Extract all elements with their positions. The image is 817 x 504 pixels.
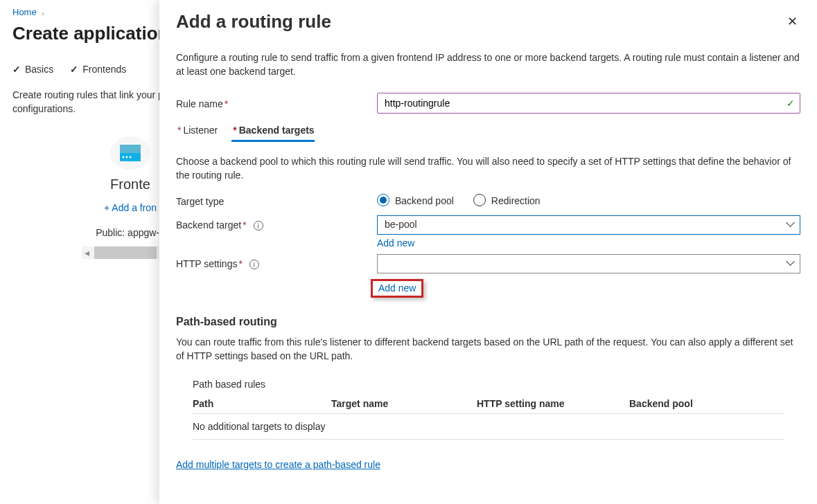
panel-tabs: *Listener *Backend targets: [176, 120, 800, 142]
tab-listener[interactable]: *Listener: [176, 120, 218, 142]
chevron-down-icon: [787, 260, 795, 267]
step-frontends[interactable]: ✓ Frontends: [70, 64, 126, 75]
info-icon[interactable]: i: [249, 260, 259, 269]
svg-point-4: [130, 156, 132, 159]
col-http-setting-name: HTTP setting name: [477, 398, 629, 409]
path-based-routing-description: You can route traffic from this rule's l…: [176, 335, 800, 363]
path-rules-table-header: Path Target name HTTP setting name Backe…: [193, 398, 784, 414]
tab-backend-targets[interactable]: *Backend targets: [231, 120, 314, 142]
http-settings-select[interactable]: [377, 254, 800, 273]
http-settings-label: HTTP settings* i: [176, 254, 377, 269]
chevron-down-icon: [787, 221, 795, 228]
backend-target-add-new-link[interactable]: Add new: [377, 237, 800, 249]
check-icon: ✓: [12, 64, 21, 75]
svg-point-2: [123, 156, 125, 159]
path-rules-section: Path based rules Path Target name HTTP s…: [193, 379, 784, 440]
path-rules-title: Path based rules: [193, 379, 784, 390]
radio-backend-pool[interactable]: Backend pool: [377, 195, 454, 207]
col-backend-pool: Backend pool: [629, 398, 768, 409]
rule-name-label: Rule name*: [176, 97, 377, 109]
step-label: Frontends: [82, 64, 126, 75]
backend-target-select[interactable]: be-pool: [377, 215, 800, 235]
browser-icon: [120, 145, 141, 161]
svg-point-3: [126, 156, 128, 159]
radio-unchecked-icon: [473, 194, 486, 206]
step-basics[interactable]: ✓ Basics: [12, 64, 53, 75]
step-label: Basics: [25, 64, 53, 75]
scroll-left-icon[interactable]: ◂: [82, 248, 91, 258]
target-type-label: Target type: [176, 195, 377, 207]
routing-rule-panel: Add a routing rule ✕ Configure a routing…: [159, 0, 817, 504]
required-asterisk: *: [225, 98, 228, 109]
rule-name-input[interactable]: [377, 93, 800, 114]
close-icon[interactable]: ✕: [784, 11, 800, 32]
panel-description: Configure a routing rule to send traffic…: [176, 51, 800, 79]
http-settings-add-new-highlight: Add new: [371, 279, 423, 298]
path-based-routing-heading: Path-based routing: [176, 316, 800, 328]
check-icon: ✓: [70, 64, 78, 75]
radio-checked-icon: [377, 194, 389, 206]
radio-label: Redirection: [491, 195, 541, 206]
col-target-name: Target name: [331, 398, 477, 409]
add-multiple-targets-link[interactable]: Add multiple targets to create a path-ba…: [176, 459, 380, 470]
backend-target-label: Backend target* i: [176, 215, 377, 231]
scrollbar-thumb[interactable]: [94, 246, 157, 259]
breadcrumb-home-link[interactable]: Home: [12, 7, 37, 17]
radio-redirection[interactable]: Redirection: [473, 195, 541, 207]
backend-tab-description: Choose a backend pool to which this rout…: [176, 154, 800, 183]
frontends-column: Fronte + Add a fron Public: appgw-p ◂: [12, 136, 179, 259]
frontends-icon-tile: [110, 136, 150, 170]
col-path: Path: [193, 398, 331, 409]
info-icon[interactable]: i: [254, 221, 263, 231]
http-settings-add-new-link[interactable]: Add new: [378, 282, 416, 294]
valid-check-icon: ✓: [787, 98, 795, 109]
radio-label: Backend pool: [395, 195, 454, 206]
no-targets-row: No additional targets to display: [193, 414, 784, 440]
panel-title: Add a routing rule: [176, 11, 331, 33]
chevron-right-icon: ›: [42, 9, 44, 17]
